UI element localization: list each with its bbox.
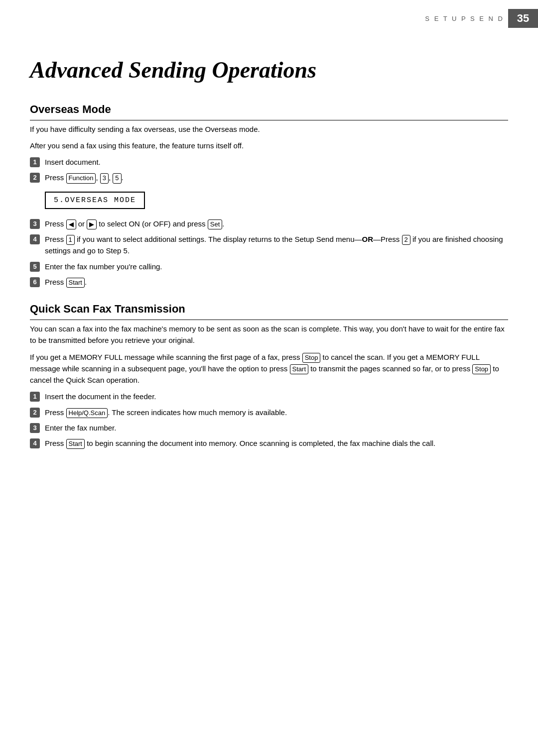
page-number: 35	[508, 9, 538, 28]
quick-scan-para2: If you get a MEMORY FULL message while s…	[30, 351, 508, 386]
start-key-2: Start	[290, 364, 308, 374]
help-qscan-key: Help/Q.Scan	[66, 408, 108, 418]
page-header: S E T U P S E N D 35	[0, 0, 538, 28]
step-number-4: 4	[30, 234, 40, 244]
set-key: Set	[208, 219, 223, 229]
quick-scan-heading: Quick Scan Fax Transmission	[30, 303, 508, 320]
key-5: 5	[113, 173, 121, 183]
arrow-left-key: ◀	[66, 219, 76, 229]
step-number-6: 6	[30, 277, 40, 287]
qs-step-number-3: 3	[30, 423, 40, 433]
qs-step-number-2: 2	[30, 408, 40, 418]
quick-scan-para1: You can scan a fax into the fax machine'…	[30, 323, 508, 346]
start-key-1: Start	[66, 278, 85, 288]
step-6-content: Press Start.	[45, 276, 508, 288]
key-1: 1	[66, 235, 75, 245]
overseas-para1: If you have difficulty sending a fax ove…	[30, 123, 508, 135]
key-2: 2	[402, 235, 410, 245]
qs-step-4-content: Press Start to begin scanning the docume…	[45, 437, 508, 449]
qs-step-3: 3 Enter the fax number.	[30, 422, 508, 433]
page-title: Advanced Sending Operations	[30, 58, 508, 83]
header-label: S E T U P S E N D	[425, 15, 504, 22]
step-number-5: 5	[30, 262, 40, 272]
quick-scan-section: Quick Scan Fax Transmission You can scan…	[30, 303, 508, 449]
overseas-step-5: 5 Enter the fax number you're calling.	[30, 261, 508, 272]
quick-scan-steps: 1 Insert the document in the feeder. 2 P…	[30, 391, 508, 449]
overseas-para2: After you send a fax using this feature,…	[30, 140, 508, 151]
start-key-3: Start	[66, 439, 85, 449]
overseas-step-1: 1 Insert document.	[30, 156, 508, 168]
qs-step-2-content: Press Help/Q.Scan. The screen indicates …	[45, 407, 508, 418]
step-number-2: 2	[30, 173, 40, 183]
overseas-mode-section: Overseas Mode If you have difficulty sen…	[30, 103, 508, 288]
overseas-step-4: 4 Press 1 if you want to select addition…	[30, 233, 508, 257]
qs-step-4: 4 Press Start to begin scanning the docu…	[30, 437, 508, 449]
key-3: 3	[100, 173, 109, 183]
step-5-text: Enter the fax number you're calling.	[45, 261, 508, 272]
stop-key-1: Stop	[302, 353, 321, 363]
overseas-step-3: 3 Press ◀ or ▶ to select ON (or OFF) and…	[30, 218, 508, 229]
overseas-step-6: 6 Press Start.	[30, 276, 508, 288]
step-number-1: 1	[30, 157, 40, 167]
lcd-screen: 5.OVERSEAS MODE	[45, 192, 145, 209]
qs-step-3-text: Enter the fax number.	[45, 422, 508, 433]
qs-step-number-1: 1	[30, 392, 40, 402]
dots-divider: ........................................…	[0, 48, 538, 53]
overseas-steps: 1 Insert document. 2 Press Function, 3, …	[30, 156, 508, 288]
overseas-step-2: 2 Press Function, 3, 5.	[30, 172, 508, 183]
qs-step-1-text: Insert the document in the feeder.	[45, 391, 508, 402]
qs-step-2: 2 Press Help/Q.Scan. The screen indicate…	[30, 407, 508, 418]
function-key: Function	[66, 173, 96, 183]
step-4-content: Press 1 if you want to select additional…	[45, 233, 508, 257]
step-1-text: Insert document.	[45, 156, 508, 168]
main-content: Advanced Sending Operations Overseas Mod…	[0, 58, 538, 483]
step-number-3: 3	[30, 219, 40, 229]
step-3-content: Press ◀ or ▶ to select ON (or OFF) and p…	[45, 218, 508, 229]
lcd-display-row: 5.OVERSEAS MODE	[30, 188, 508, 213]
step-2-content: Press Function, 3, 5.	[45, 172, 508, 183]
qs-step-1: 1 Insert the document in the feeder.	[30, 391, 508, 402]
page-container: S E T U P S E N D 35 ...................…	[0, 0, 538, 756]
arrow-right-key: ▶	[87, 219, 97, 229]
qs-step-number-4: 4	[30, 438, 40, 448]
overseas-mode-heading: Overseas Mode	[30, 103, 508, 120]
stop-key-2: Stop	[472, 364, 491, 374]
